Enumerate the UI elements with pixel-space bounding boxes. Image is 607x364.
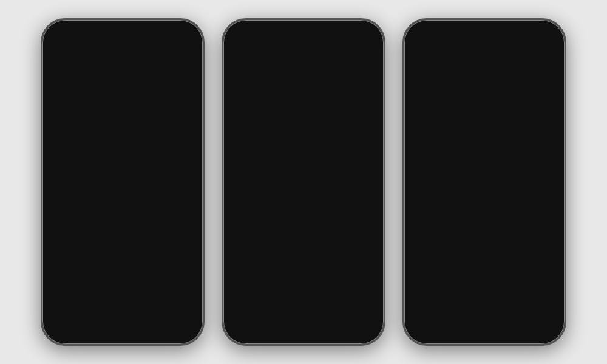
more-icon[interactable]: ⋮	[187, 43, 195, 53]
caption-translate-label: Auto-translate	[430, 268, 475, 276]
caption-option-autotranslate[interactable]: ✓ Auto-translate	[404, 261, 565, 282]
comment-count: 331	[183, 223, 191, 228]
nav-subs-label: Subscriptions	[140, 334, 166, 339]
nav-home-label: Home	[51, 334, 63, 338]
sheet-handle-3	[473, 211, 495, 213]
subscribe-button[interactable]: Subscribe	[94, 291, 125, 299]
chips-row: 📋 Subscriptions ((·)) Live	[42, 59, 203, 76]
battery-icon	[183, 26, 193, 31]
nav-shorts-label: Shorts	[78, 334, 90, 339]
nav-shorts[interactable]: ▶ Shorts	[78, 322, 90, 339]
chip-label: Live	[122, 64, 132, 70]
nav-create[interactable]: +	[107, 323, 124, 337]
video-description: I ruined this YouTubers life	[49, 300, 172, 311]
svg-rect-22	[234, 292, 245, 299]
signal-icon: ▌▌▌	[156, 25, 168, 32]
bottom-sheet: Description Save to playlist CC Captions…	[223, 149, 384, 315]
notch	[92, 20, 153, 32]
phone-2: 8:46 ▌▌▌ WiFi Shorts 🔍 ⋮ 📋 Subscriptions…	[222, 18, 385, 346]
svg-text:CC: CC	[235, 220, 241, 224]
caption-line2: ruined	[49, 261, 172, 277]
chip-label: Subscriptions	[63, 64, 96, 70]
no-recommend-icon	[233, 241, 245, 254]
like-count: 132K	[182, 151, 194, 157]
playlist-icon	[233, 193, 245, 205]
sheet-item-no-recommend[interactable]: Don't recommend this channel	[223, 235, 384, 260]
phone-1: 8:46 ▌▌▌ WiFi Shorts 🔍 ⋮ 📋 Subscripti	[41, 18, 205, 346]
comment-button[interactable]: 💬 331	[177, 201, 198, 228]
profile-icon: 👤	[182, 322, 194, 333]
home-icon: ⌂	[53, 322, 59, 332]
svg-rect-10	[234, 172, 242, 174]
captions-label: Captions · Off	[254, 218, 298, 227]
caption-note: To keep captions on by default adjust ca…	[404, 288, 565, 310]
subscriptions-nav-icon: 📋	[147, 322, 159, 333]
svg-rect-11	[234, 175, 243, 176]
app-header: Shorts 🔍 ⋮	[42, 37, 203, 59]
sheet-item-feedback[interactable]: Send feedback	[223, 286, 384, 310]
description-icon	[233, 170, 245, 181]
sheet-item-description[interactable]: Description	[223, 164, 384, 187]
svg-rect-9	[234, 170, 245, 171]
nav-you-label: You	[185, 334, 192, 339]
caption-divider	[414, 285, 555, 285]
no-recommend-label: Don't recommend this channel	[254, 243, 352, 252]
captions-icon: CC	[233, 217, 245, 228]
device-settings-link[interactable]: Device Settings	[426, 300, 464, 306]
header-title: Shorts	[50, 43, 76, 53]
feedback-icon	[233, 292, 245, 304]
video-desc-text: I ruined this YouTubers life	[49, 303, 113, 309]
sheet-item-captions[interactable]: CC Captions · Off	[223, 211, 384, 234]
svg-rect-13	[234, 193, 240, 199]
caption-line1: I accidentally	[49, 249, 172, 261]
svg-point-2	[110, 115, 135, 129]
shorts-icon: ▶	[81, 322, 88, 333]
playlist-label: Save to playlist	[254, 195, 303, 203]
caption-option-english[interactable]: ✓ English (auto-generated)	[404, 241, 565, 261]
action-buttons: 👍 132K 👎 Dislike 💬 331	[177, 129, 198, 228]
sheet-handle	[293, 154, 314, 157]
phone-3: 8:46 ▌▌▌ WiFi Shorts 🔍 ⋮ 📋 Subscriptions…	[402, 18, 566, 346]
caption-option-off[interactable]: ✓ Off	[404, 220, 565, 241]
like-button[interactable]: 👍 132K	[177, 129, 198, 157]
svg-rect-12	[234, 177, 240, 178]
report-icon	[233, 266, 245, 280]
svg-rect-14	[234, 200, 245, 201]
svg-marker-23	[236, 299, 238, 302]
status-icons: ▌▌▌ WiFi	[156, 25, 193, 32]
dislike-label: Dislike	[180, 187, 195, 192]
feedback-label: Send feedback	[254, 294, 302, 302]
sheet-item-playlist[interactable]: Save to playlist	[223, 187, 384, 211]
channel-name: @ludwig	[66, 292, 90, 298]
caption-english-label: English (auto-generated)	[430, 247, 510, 255]
nav-subscriptions[interactable]: 📋 Subscriptions	[140, 322, 166, 339]
nav-home[interactable]: ⌂ Home	[51, 322, 63, 338]
captions-submenu: ✓ Off ✓ English (auto-generated) ✓ Auto-…	[404, 206, 565, 315]
sheet-item-report[interactable]: Report	[223, 260, 384, 286]
search-icon[interactable]: 🔍	[171, 43, 181, 53]
chip-subscriptions[interactable]: 📋 Subscriptions	[49, 62, 101, 73]
bottom-nav: ⌂ Home ▶ Shorts + 📋 Subscriptions 👤 You	[42, 315, 203, 344]
status-time: 8:46	[52, 25, 64, 32]
nav-you[interactable]: 👤 You	[182, 322, 194, 339]
description-label: Description	[254, 171, 290, 180]
subscriptions-icon: 📋	[54, 64, 61, 70]
header-icons: 🔍 ⋮	[171, 43, 195, 53]
live-icon: ((·))	[110, 64, 120, 70]
svg-point-4	[53, 291, 59, 297]
chip-live[interactable]: ((·)) Live	[105, 62, 137, 73]
report-label: Report	[254, 269, 276, 277]
svg-line-20	[236, 243, 243, 250]
dislike-button[interactable]: 👎 Dislike	[177, 165, 198, 192]
caption-off-label: Off	[430, 226, 439, 235]
wifi-icon: WiFi	[169, 25, 180, 32]
check-icon: ✓	[414, 226, 424, 235]
video-captions: I accidentally ruined	[49, 249, 172, 277]
create-icon: +	[107, 323, 124, 337]
